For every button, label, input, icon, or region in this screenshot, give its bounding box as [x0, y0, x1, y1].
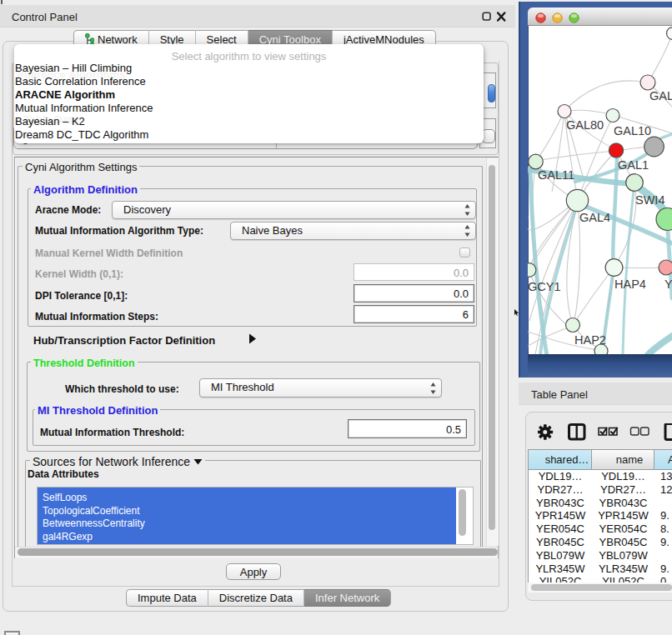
- svg-text:GAL10: GAL10: [614, 124, 651, 138]
- svg-text:GAL80: GAL80: [566, 118, 604, 132]
- svg-text:HAP2: HAP2: [574, 333, 606, 347]
- svg-text:SWI4: SWI4: [635, 193, 664, 207]
- svg-text:Y: Y: [664, 278, 672, 291]
- svg-text:HAP4: HAP4: [614, 278, 646, 291]
- svg-text:GAL11: GAL11: [538, 168, 574, 182]
- svg-text:GAL4: GAL4: [579, 211, 610, 224]
- svg-text:GAL1: GAL1: [618, 158, 649, 172]
- svg-text:GAL…: GAL…: [649, 89, 672, 102]
- svg-text:GCY1: GCY1: [528, 280, 561, 293]
